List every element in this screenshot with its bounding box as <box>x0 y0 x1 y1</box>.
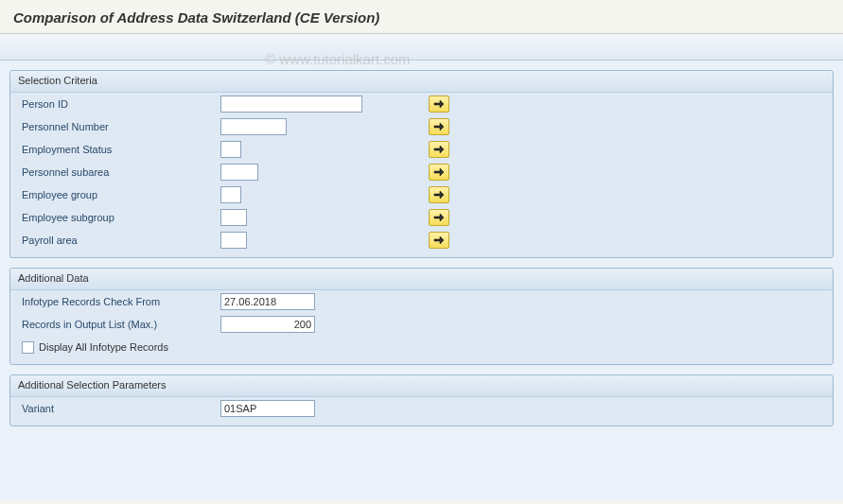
row-check-from: Infotype Records Check From <box>10 290 833 313</box>
content-area: Selection Criteria Person ID Personnel N… <box>0 61 843 500</box>
input-personnel-subarea[interactable] <box>220 164 258 181</box>
label-check-from: Infotype Records Check From <box>22 296 220 307</box>
arrow-right-icon <box>433 190 445 200</box>
input-employment-status[interactable] <box>220 141 241 158</box>
label-employee-group: Employee group <box>22 189 220 200</box>
input-payroll-area[interactable] <box>220 232 247 249</box>
multi-select-payroll-area[interactable] <box>429 232 449 249</box>
label-personnel-number: Personnel Number <box>22 121 220 132</box>
multi-select-personnel-number[interactable] <box>429 118 449 135</box>
arrow-right-icon <box>433 122 445 131</box>
row-display-all: Display All Infotype Records <box>10 336 833 358</box>
arrow-right-icon <box>433 235 445 245</box>
page-title: Comparison of Address Data Switzerland (… <box>0 0 843 34</box>
label-personnel-subarea: Personnel subarea <box>22 166 220 178</box>
input-max-records[interactable] <box>220 316 315 333</box>
input-employee-subgroup[interactable] <box>220 209 247 226</box>
multi-select-employment-status[interactable] <box>429 141 449 158</box>
input-variant[interactable] <box>220 400 315 417</box>
input-person-id[interactable] <box>220 96 362 113</box>
input-check-from[interactable] <box>220 293 315 310</box>
multi-select-employee-subgroup[interactable] <box>429 209 449 226</box>
label-person-id: Person ID <box>22 98 220 110</box>
multi-select-personnel-subarea[interactable] <box>429 164 449 181</box>
row-employee-subgroup: Employee subgroup <box>10 206 833 229</box>
arrow-right-icon <box>433 167 445 177</box>
multi-select-employee-group[interactable] <box>429 186 449 203</box>
row-personnel-number: Personnel Number <box>10 115 833 138</box>
multi-select-person-id[interactable] <box>429 96 449 113</box>
row-employment-status: Employment Status <box>10 138 833 161</box>
arrow-right-icon <box>433 99 445 109</box>
row-variant: Variant <box>10 397 833 420</box>
row-max-records: Records in Output List (Max.) <box>10 313 833 336</box>
arrow-right-icon <box>433 213 445 222</box>
input-personnel-number[interactable] <box>220 118 287 135</box>
group-title-additional-data: Additional Data <box>10 269 833 290</box>
checkbox-display-all[interactable] <box>22 341 34 354</box>
label-display-all: Display All Infotype Records <box>39 341 168 353</box>
row-person-id: Person ID <box>10 93 833 115</box>
group-title-selection: Selection Criteria <box>10 71 833 93</box>
input-employee-group[interactable] <box>220 186 241 203</box>
arrow-right-icon <box>433 145 445 154</box>
label-employment-status: Employment Status <box>22 144 220 155</box>
row-payroll-area: Payroll area <box>10 229 833 252</box>
row-employee-group: Employee group <box>10 183 833 206</box>
label-variant: Variant <box>22 403 220 414</box>
group-additional-data: Additional Data Infotype Records Check F… <box>9 268 834 365</box>
group-title-additional-params: Additional Selection Parameters <box>10 375 833 397</box>
group-selection-criteria: Selection Criteria Person ID Personnel N… <box>9 70 834 258</box>
toolbar <box>0 34 843 61</box>
label-employee-subgroup: Employee subgroup <box>22 212 220 223</box>
label-payroll-area: Payroll area <box>22 235 220 246</box>
row-personnel-subarea: Personnel subarea <box>10 161 833 183</box>
label-max-records: Records in Output List (Max.) <box>22 319 220 330</box>
group-additional-params: Additional Selection Parameters Variant <box>9 374 834 426</box>
